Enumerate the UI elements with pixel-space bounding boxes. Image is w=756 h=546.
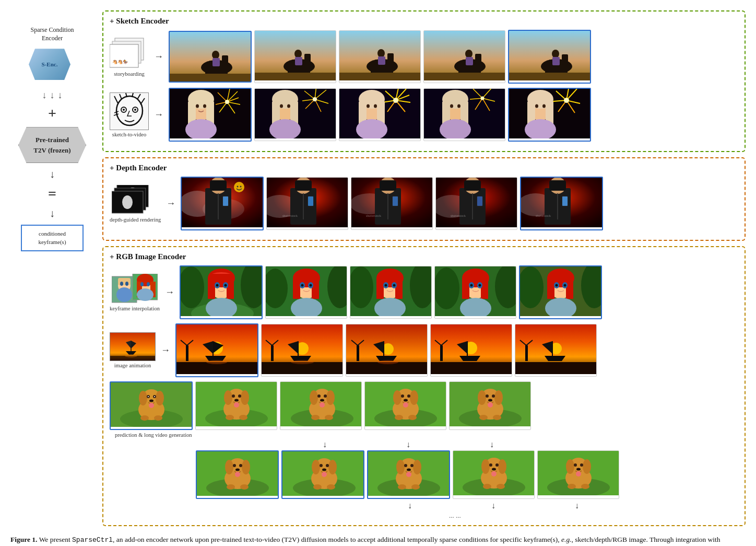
anime-frame-3-svg — [350, 266, 431, 316]
svg-point-34 — [377, 49, 385, 57]
svg-point-311 — [291, 360, 314, 364]
svg-point-290 — [125, 354, 137, 357]
svg-point-374 — [320, 399, 324, 402]
svg-point-425 — [327, 484, 335, 490]
svg-point-213 — [125, 282, 128, 286]
caption-figure-label: Figure 1. — [10, 536, 38, 543]
svg-point-420 — [320, 464, 323, 467]
depth-frame-5: shutterstock — [520, 177, 603, 230]
down-arrow-2: ↓ — [367, 440, 450, 449]
svg-point-370 — [310, 390, 318, 405]
svg-point-430 — [396, 460, 405, 474]
svg-rect-205 — [562, 196, 568, 206]
svg-rect-57 — [552, 57, 560, 65]
svg-point-105 — [287, 104, 290, 108]
svg-point-432 — [404, 464, 407, 467]
rgb-encoder-title: + RGB Image Encoder — [110, 252, 738, 261]
svg-rect-35 — [378, 56, 385, 65]
down-arrow-3: ↓ — [450, 440, 534, 449]
sparse-condition-label: Sparse Condition Encoder — [31, 26, 74, 42]
svg-rect-178 — [308, 196, 313, 206]
svg-point-349 — [154, 396, 155, 397]
depth-frame-3-svg: shutterstock — [351, 178, 432, 227]
svg-point-220 — [140, 282, 144, 286]
sunset-frames — [175, 323, 597, 377]
svg-point-136 — [450, 104, 453, 108]
arrow-down-1: ↓ — [42, 90, 47, 100]
storyboard-sketches-svg: 🐴🐴🏇 — [110, 37, 149, 69]
anime-frame-2-svg — [266, 266, 347, 316]
arrow-sketch-to-video: → — [154, 109, 163, 120]
fireworks-frames — [169, 88, 591, 142]
svg-point-461 — [581, 484, 589, 489]
depth-frame-4-svg: shutterstock — [436, 178, 517, 227]
storyboarding-label: storyboarding — [114, 71, 144, 77]
svg-point-244 — [301, 284, 303, 287]
depth-encoder-section: + Depth Encoder — [102, 157, 746, 241]
svg-point-130 — [481, 97, 485, 100]
anime-frame-4 — [434, 266, 516, 319]
sunset-frame-1-svg — [176, 324, 257, 374]
fireworks-frame-2-svg — [255, 89, 336, 138]
keyframe-label: keyframe interpolation — [110, 306, 160, 311]
svg-point-353 — [154, 415, 162, 421]
equals-sign: = — [48, 185, 56, 202]
svg-point-408 — [233, 464, 236, 467]
main-container: Sparse Condition Encoder S-Enc. ↓ ↓ ↓ + … — [10, 10, 746, 526]
sunset-source-image — [110, 332, 156, 361]
svg-point-395 — [494, 390, 503, 405]
sketch-to-video-row: sketch-to-video → — [110, 88, 738, 142]
dog-frame-2e — [537, 450, 619, 499]
horse-frame-1 — [169, 31, 252, 83]
svg-point-387 — [403, 402, 408, 408]
svg-point-212 — [120, 282, 123, 286]
svg-rect-24 — [295, 57, 302, 65]
svg-point-23 — [294, 50, 302, 58]
svg-point-459 — [576, 471, 581, 477]
horse-frame-2-svg — [255, 31, 336, 80]
anime-frame-3 — [350, 266, 432, 319]
svg-point-256 — [384, 284, 387, 287]
image-animation-label: image animation — [114, 363, 151, 368]
caption: Figure 1. We present SparseCtrlFigure 1.… — [10, 535, 731, 546]
dog-frame-3 — [280, 381, 362, 430]
svg-point-350 — [149, 400, 153, 402]
encoder-label-text: S-Enc. — [42, 61, 58, 67]
svg-point-431 — [413, 460, 421, 474]
svg-point-373 — [324, 394, 327, 398]
svg-point-421 — [326, 464, 329, 467]
fireworks-frame-4 — [423, 88, 505, 141]
svg-point-386 — [404, 399, 408, 402]
svg-point-358 — [224, 390, 232, 405]
svg-point-351 — [149, 403, 154, 408]
svg-point-401 — [493, 415, 501, 420]
svg-point-360 — [232, 394, 235, 398]
svg-rect-13 — [212, 58, 220, 66]
svg-point-245 — [309, 284, 312, 287]
svg-point-45 — [465, 50, 473, 58]
svg-point-433 — [410, 464, 414, 467]
depth-frame-5-svg: shutterstock — [521, 178, 602, 227]
arrow-depth: → — [166, 198, 175, 209]
svg-point-397 — [492, 394, 495, 398]
svg-text:shutterstock: shutterstock — [282, 214, 298, 217]
svg-marker-324 — [459, 356, 480, 361]
dog-frame-3-svg — [280, 382, 361, 426]
depth-frame-1 — [181, 177, 264, 230]
svg-point-454 — [566, 459, 574, 474]
svg-point-363 — [234, 402, 239, 408]
svg-point-152 — [535, 104, 538, 108]
sunset-frame-5-svg — [515, 324, 596, 374]
horse-frame-4-svg — [424, 31, 505, 80]
svg-point-169 — [234, 182, 244, 192]
svg-rect-327 — [440, 345, 443, 361]
svg-point-423 — [322, 472, 327, 477]
svg-point-171 — [240, 186, 242, 188]
horse-frame-3 — [339, 30, 421, 83]
svg-point-384 — [401, 394, 404, 398]
left-panel: Sparse Condition Encoder S-Enc. ↓ ↓ ↓ + … — [10, 10, 94, 251]
horse-frame-3-svg — [339, 31, 420, 80]
dog-frame-2b — [281, 450, 364, 499]
sketch-encoder-section: + Sketch Encoder 🐴🐴🏇 — [102, 10, 746, 152]
depth-images — [112, 185, 159, 215]
